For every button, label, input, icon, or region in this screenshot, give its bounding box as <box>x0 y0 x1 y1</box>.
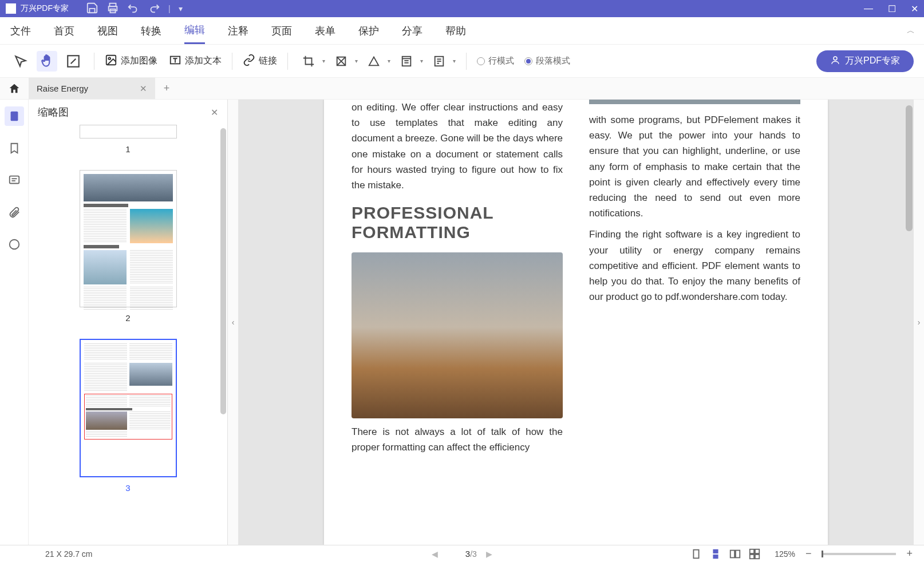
watermark-button[interactable] <box>331 51 352 72</box>
menu-protect[interactable]: 保护 <box>358 18 379 43</box>
header-footer-dropdown-icon[interactable]: ▾ <box>420 58 423 64</box>
row-mode-label: 行模式 <box>488 56 514 66</box>
watermark-dropdown-icon[interactable]: ▾ <box>355 58 358 64</box>
svg-rect-23 <box>713 549 718 553</box>
body-text: with some programs, but PDFelement makes… <box>589 112 800 221</box>
svg-rect-28 <box>755 549 759 553</box>
home-tab-button[interactable] <box>0 78 29 99</box>
zoom-slider[interactable] <box>822 553 896 555</box>
svg-point-5 <box>108 57 110 60</box>
collapse-left-panel-button[interactable]: ‹ <box>228 100 238 545</box>
bookmarks-rail-button[interactable] <box>5 138 24 158</box>
document-view[interactable]: on editing. We offer clear instructions … <box>238 100 914 545</box>
menu-form[interactable]: 表单 <box>315 18 335 43</box>
window-controls: — ☐ ✕ <box>864 3 918 14</box>
thumbnail-page-1[interactable] <box>80 125 177 138</box>
page-dimensions: 21 X 29.7 cm <box>45 549 93 559</box>
menu-edit[interactable]: 编辑 <box>184 17 205 44</box>
image-icon <box>105 54 117 68</box>
paragraph-mode-radio[interactable]: 段落模式 <box>524 56 570 66</box>
menu-help[interactable]: 帮助 <box>445 18 466 43</box>
view-controls: 125% − + <box>690 548 916 560</box>
add-text-button[interactable]: 添加文本 <box>169 54 222 68</box>
continuous-view-button[interactable] <box>709 548 722 560</box>
link-label: 链接 <box>259 55 277 67</box>
thumbnail-list[interactable]: 1 2 3 <box>29 125 227 545</box>
menu-page[interactable]: 页面 <box>271 18 292 43</box>
crop-button[interactable] <box>298 51 319 72</box>
row-mode-radio[interactable]: 行模式 <box>477 56 514 66</box>
brand-account-button[interactable]: 万兴PDF专家 <box>816 50 914 72</box>
thumbnail-scrollbar[interactable] <box>220 128 226 414</box>
add-text-label: 添加文本 <box>185 55 222 67</box>
brand-button-label: 万兴PDF专家 <box>845 55 900 67</box>
left-rail <box>0 100 29 545</box>
pan-tool-button[interactable] <box>37 51 57 72</box>
redo-icon[interactable] <box>148 2 160 16</box>
edit-toolbar: 添加图像 添加文本 链接 ▾ ▾ ▾ ▾ ▾ 行模式 段落模式 万兴PDF专家 <box>0 45 924 78</box>
bates-button[interactable] <box>429 51 449 72</box>
two-page-view-button[interactable] <box>729 548 741 560</box>
quick-access-toolbar: | ▾ <box>86 2 183 16</box>
undo-icon[interactable] <box>127 2 140 16</box>
comments-rail-button[interactable] <box>5 171 24 190</box>
page-number-input[interactable] <box>447 549 470 559</box>
close-tab-icon[interactable]: ✕ <box>140 84 147 94</box>
attachments-rail-button[interactable] <box>5 203 24 222</box>
close-window-button[interactable]: ✕ <box>911 3 918 14</box>
menu-home[interactable]: 首页 <box>54 18 74 43</box>
bates-dropdown-icon[interactable]: ▾ <box>453 58 456 64</box>
maximize-button[interactable]: ☐ <box>888 3 896 14</box>
menu-bar: 文件 首页 视图 转换 编辑 注释 页面 表单 保护 分享 帮助 ︿ <box>0 17 924 45</box>
body-text: on editing. We offer clear instructions … <box>352 100 563 193</box>
thumbnail-panel: 缩略图 ✕ 1 2 <box>29 100 228 545</box>
app-logo-icon <box>6 3 16 14</box>
thumbnail-page-3[interactable] <box>80 339 177 477</box>
document-image <box>352 252 563 418</box>
single-page-view-button[interactable] <box>690 548 702 560</box>
svg-rect-25 <box>730 550 735 557</box>
collapse-right-panel-button[interactable]: › <box>914 100 924 545</box>
workspace: 缩略图 ✕ 1 2 <box>0 100 924 545</box>
crop-dropdown-icon[interactable]: ▾ <box>322 58 325 64</box>
document-tab[interactable]: Raise Energy ✕ <box>29 78 155 99</box>
menu-view[interactable]: 视图 <box>97 18 118 43</box>
new-tab-button[interactable]: + <box>155 78 178 99</box>
customize-qa-icon[interactable]: ▾ <box>179 4 183 13</box>
document-scrollbar[interactable] <box>906 105 913 231</box>
background-dropdown-icon[interactable]: ▾ <box>388 58 390 64</box>
minimize-button[interactable]: — <box>864 3 873 14</box>
next-page-button[interactable]: ▶ <box>486 549 492 559</box>
svg-point-16 <box>834 57 837 60</box>
header-footer-button[interactable] <box>396 51 417 72</box>
edit-tool-button[interactable] <box>63 51 84 72</box>
background-button[interactable] <box>364 51 384 72</box>
menu-convert[interactable]: 转换 <box>141 18 161 43</box>
thumbnails-rail-button[interactable] <box>5 106 24 126</box>
save-icon[interactable] <box>86 2 98 16</box>
menu-file[interactable]: 文件 <box>10 18 31 43</box>
close-thumbnail-panel-icon[interactable]: ✕ <box>211 107 218 118</box>
link-button[interactable]: 链接 <box>243 54 277 68</box>
svg-rect-26 <box>736 550 740 557</box>
prev-page-button[interactable]: ◀ <box>432 549 438 559</box>
search-rail-button[interactable] <box>5 235 24 254</box>
zoom-out-button[interactable]: − <box>802 548 815 560</box>
menu-annotate[interactable]: 注释 <box>228 18 248 43</box>
svg-rect-30 <box>755 554 759 558</box>
zoom-in-button[interactable]: + <box>903 548 916 560</box>
thumbnail-panel-title: 缩略图 <box>38 105 69 119</box>
thumbnail-number: 3 <box>125 483 130 493</box>
thumbnail-number: 2 <box>125 313 130 323</box>
select-tool-button[interactable] <box>10 51 31 72</box>
collapse-ribbon-icon[interactable]: ︿ <box>907 26 915 36</box>
two-page-continuous-button[interactable] <box>748 548 761 560</box>
thumbnail-page-2[interactable] <box>80 170 177 307</box>
document-tab-title: Raise Energy <box>37 84 88 93</box>
link-icon <box>243 54 255 68</box>
title-bar: 万兴PDF专家 | ▾ — ☐ ✕ <box>0 0 924 17</box>
print-icon[interactable] <box>106 2 119 16</box>
body-text: There is not always a lot of talk of how… <box>352 424 563 455</box>
add-image-button[interactable]: 添加图像 <box>105 54 157 68</box>
menu-share[interactable]: 分享 <box>402 18 422 43</box>
